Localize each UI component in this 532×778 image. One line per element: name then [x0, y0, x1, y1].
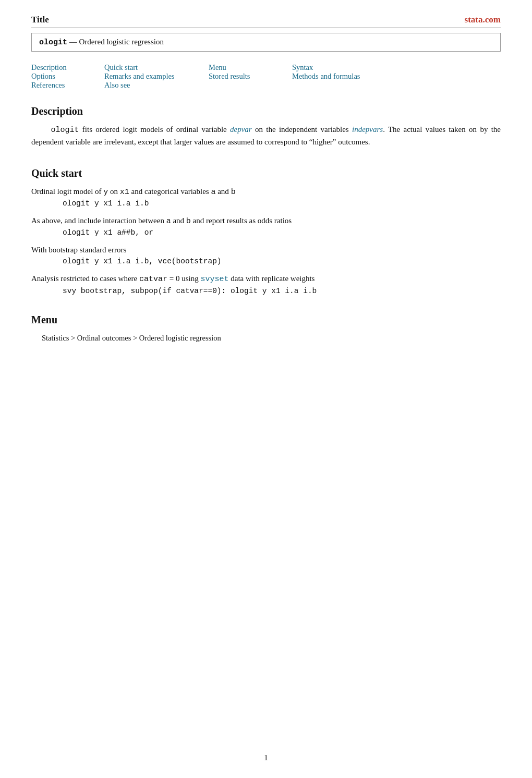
title-box: ologit — Ordered logistic regression	[31, 33, 501, 52]
command-name: ologit	[39, 38, 67, 47]
qs-text-2: As above, and include interaction betwee…	[31, 215, 501, 227]
desc-text1: fits ordered logit models of ordinal var…	[79, 125, 231, 133]
nav-references[interactable]: References	[31, 81, 65, 89]
nav-remarks[interactable]: Remarks and examples	[104, 72, 175, 80]
nav-options[interactable]: Options	[31, 72, 55, 80]
qs-code-a2: a	[166, 217, 171, 226]
qs-text-4: Analysis restricted to cases where catva…	[31, 273, 501, 285]
description-paragraph: ologit fits ordered logit models of ordi…	[31, 124, 501, 149]
qs-item-2: As above, and include interaction betwee…	[31, 215, 501, 237]
qs-code-4: svy bootstrap, subpop(if catvar==0): olo…	[63, 287, 501, 295]
qs-item-4: Analysis restricted to cases where catva…	[31, 273, 501, 295]
qs-code-b: b	[231, 188, 236, 197]
qs-code-x1: x1	[120, 188, 129, 197]
nav-description[interactable]: Description	[31, 63, 67, 71]
qs-code-2: ologit y x1 a##b, or	[63, 228, 501, 237]
indepvars-link[interactable]: indepvars	[352, 125, 383, 133]
title-emdash: —	[69, 38, 77, 46]
nav-col1: Description Options References	[31, 63, 104, 90]
nav-syntax[interactable]: Syntax	[292, 63, 313, 71]
nav-col4: Syntax Methods and formulas	[292, 63, 407, 90]
nav-methods[interactable]: Methods and formulas	[292, 72, 360, 80]
qs-code-y: y	[103, 188, 108, 197]
stata-link[interactable]: stata.com	[465, 15, 501, 25]
nav-quickstart[interactable]: Quick start	[104, 63, 138, 71]
menu-section: Menu Statistics > Ordinal outcomes > Ord…	[31, 314, 501, 344]
title-description: Ordered logistic regression	[79, 38, 164, 46]
nav-alsosee[interactable]: Also see	[104, 81, 130, 89]
page-footer: 1	[0, 753, 532, 762]
page: Title stata.com ologit — Ordered logisti…	[0, 0, 532, 778]
qs-item-3: With bootstrap standard errors ologit y …	[31, 244, 501, 265]
qs-code-b2: b	[186, 217, 191, 226]
nav-table: Description Options References Quick sta…	[31, 63, 501, 90]
qs-text-1: Ordinal logit model of y on x1 and categ…	[31, 186, 501, 198]
qs-code-a: a	[211, 188, 215, 197]
quickstart-section: Quick start Ordinal logit model of y on …	[31, 167, 501, 295]
nav-menu[interactable]: Menu	[209, 63, 226, 71]
depvar-link[interactable]: depvar	[230, 125, 252, 133]
quickstart-heading: Quick start	[31, 167, 501, 179]
qs-item-1: Ordinal logit model of y on x1 and categ…	[31, 186, 501, 208]
description-section: Description ologit fits ordered logit mo…	[31, 105, 501, 149]
ologit-inline: ologit	[51, 126, 79, 135]
page-title: Title	[31, 15, 49, 25]
desc-text2: on the independent variables	[252, 125, 352, 133]
qs-catvar: catvar	[139, 275, 167, 284]
nav-stored[interactable]: Stored results	[209, 72, 250, 80]
menu-heading: Menu	[31, 314, 501, 326]
page-number: 1	[264, 753, 268, 762]
qs-code-3: ologit y x1 i.a i.b, vce(bootstrap)	[63, 257, 501, 265]
description-heading: Description	[31, 105, 501, 117]
qs-text-3: With bootstrap standard errors	[31, 244, 501, 256]
nav-col3: Menu Stored results	[209, 63, 292, 90]
qs-code-1: ologit y x1 i.a i.b	[63, 199, 501, 208]
svyset-link[interactable]: svyset	[201, 275, 229, 284]
nav-col2: Quick start Remarks and examples Also se…	[104, 63, 209, 90]
menu-path: Statistics > Ordinal outcomes > Ordered …	[42, 332, 501, 344]
header: Title stata.com	[31, 15, 501, 28]
